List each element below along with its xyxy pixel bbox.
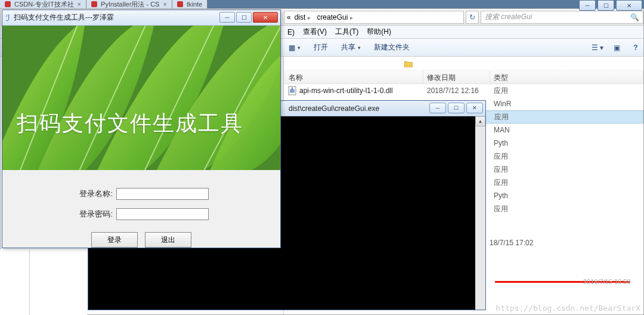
- status-bar-date: 18/7/15 17:02: [486, 237, 634, 249]
- file-columns-header: 名称 修改日期 类型: [284, 71, 643, 84]
- login-label: 登录名称:: [74, 189, 113, 199]
- tab-label: CSDN-专业IT技术社: [14, 0, 74, 8]
- background-sliver: [0, 249, 30, 315]
- browser-tab[interactable]: tkinte: [172, 0, 208, 8]
- csdn-icon: [5, 1, 11, 7]
- hero-title: 扫码支付文件生成工具: [17, 109, 243, 138]
- close-button[interactable]: ✕: [253, 12, 278, 23]
- folder-up-icon: [403, 59, 414, 69]
- tab-label: tkinte: [187, 1, 202, 8]
- browser-tab-bar: CSDN-专业IT技术社 × PyInstaller用法 - CS × tkin…: [0, 0, 644, 8]
- help-icon[interactable]: ?: [628, 41, 643, 54]
- breadcrumb-seg[interactable]: dist: [292, 13, 314, 21]
- file-type-cell: MAN: [490, 126, 643, 134]
- breadcrumb-seg[interactable]: createGui: [314, 13, 355, 21]
- file-type-cell: 应用: [490, 165, 643, 175]
- window-controls: ─ ☐ ✕: [579, 0, 642, 11]
- maximize-button[interactable]: ☐: [448, 103, 465, 113]
- column-type[interactable]: 类型: [490, 71, 643, 84]
- browser-tab[interactable]: PyInstaller用法 - CS ×: [86, 0, 172, 8]
- toolbar-organize[interactable]: ▦: [284, 41, 305, 54]
- menu-help[interactable]: 帮助(H): [363, 26, 395, 38]
- preview-pane-icon[interactable]: ▣: [609, 41, 624, 54]
- file-type-cell: 应用: [490, 204, 643, 214]
- file-type-cell: 应用: [491, 112, 643, 122]
- svg-rect-2: [290, 91, 295, 92]
- csdn-icon: [177, 1, 183, 7]
- file-type-cell: WinR: [490, 100, 643, 108]
- tk-window-controls: ─ ☐ ✕: [219, 12, 278, 23]
- column-date[interactable]: 修改日期: [423, 71, 490, 84]
- csdn-icon: [91, 1, 97, 7]
- password-input[interactable]: [116, 208, 209, 220]
- tk-title: 扫码支付文件生成工具---罗泽霖: [14, 13, 114, 23]
- file-type-cell: 应用: [490, 152, 643, 162]
- toolbar-open[interactable]: 打开: [309, 40, 333, 55]
- close-button[interactable]: ✕: [466, 103, 483, 113]
- breadcrumb[interactable]: « dist createGui: [284, 11, 464, 24]
- search-placeholder: 搜索 createGui: [485, 12, 532, 22]
- login-input[interactable]: [116, 188, 209, 200]
- go-up-folder[interactable]: [284, 57, 643, 71]
- login-button[interactable]: 登录: [91, 232, 138, 248]
- toolbar-share[interactable]: 共享: [336, 40, 366, 55]
- scroll-up-icon[interactable]: ▲: [475, 116, 485, 126]
- view-mode-icon[interactable]: ☰ ▾: [590, 41, 605, 54]
- menu-tools[interactable]: 工具(T): [332, 26, 362, 38]
- scrollbar-vertical[interactable]: ▲: [475, 116, 485, 310]
- minimize-button[interactable]: ─: [429, 103, 446, 113]
- bottom-date-label: 2018/7/15 16:59: [583, 278, 631, 285]
- search-input[interactable]: 搜索 createGui 🔍: [481, 11, 643, 24]
- password-label: 登录密码:: [74, 209, 113, 220]
- close-icon[interactable]: ×: [78, 1, 81, 8]
- minimize-button[interactable]: ─: [579, 0, 596, 11]
- dll-icon: [287, 86, 297, 95]
- breadcrumb-prefix: «: [287, 13, 291, 21]
- svg-rect-1: [290, 89, 295, 91]
- tk-title-bar[interactable]: ℐ 扫码支付文件生成工具---罗泽霖 ─ ☐ ✕: [2, 10, 280, 26]
- minimize-button[interactable]: ─: [219, 12, 235, 23]
- menu-view[interactable]: 查看(V): [299, 26, 330, 38]
- browser-tab[interactable]: CSDN-专业IT技术社 ×: [0, 0, 86, 8]
- file-type-cell: Pyth: [490, 192, 643, 200]
- console-window-controls: ─ ☐ ✕: [429, 103, 483, 113]
- close-icon[interactable]: ×: [163, 1, 166, 8]
- column-name[interactable]: 名称: [284, 71, 423, 84]
- search-icon: 🔍: [630, 13, 639, 21]
- hero-image: 扫码支付文件生成工具: [2, 26, 280, 170]
- file-type-cell: Pyth: [490, 139, 643, 147]
- file-type-cell: 应用: [490, 86, 643, 96]
- login-form: 登录名称: 登录密码: 登录 退出: [2, 170, 280, 248]
- background-sliver: [30, 249, 87, 315]
- refresh-button[interactable]: ↻: [466, 11, 479, 24]
- exit-button[interactable]: 退出: [145, 232, 191, 248]
- maximize-button[interactable]: ☐: [236, 12, 252, 23]
- tab-label: PyInstaller用法 - CS: [101, 0, 159, 8]
- file-name-cell: api-ms-win-crt-utility-l1-1-0.dll: [284, 86, 423, 95]
- maximize-button[interactable]: ☐: [597, 0, 614, 11]
- file-type-cell: 应用: [490, 178, 643, 188]
- table-row[interactable]: api-ms-win-crt-utility-l1-1-0.dll2018/7/…: [284, 84, 643, 97]
- close-button[interactable]: ✕: [616, 0, 642, 11]
- feather-icon: ℐ: [6, 13, 10, 23]
- svg-point-3: [292, 88, 293, 89]
- tk-app-window: ℐ 扫码支付文件生成工具---罗泽霖 ─ ☐ ✕: [2, 10, 281, 248]
- menu-e[interactable]: E): [284, 27, 298, 38]
- watermark: https://blog.csdn.net/BearStarX: [496, 304, 640, 313]
- toolbar-newfolder[interactable]: 新建文件夹: [369, 40, 414, 55]
- file-date-cell: 2018/7/12 12:16: [423, 87, 490, 95]
